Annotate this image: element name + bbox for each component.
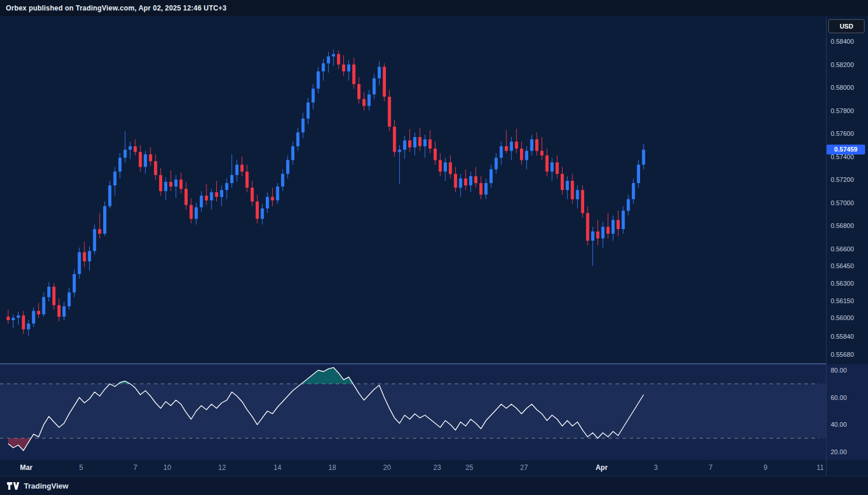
time-axis-label: 14 (273, 464, 281, 472)
time-axis-label: 25 (465, 464, 473, 472)
tradingview-brand[interactable]: TradingView (24, 482, 68, 490)
tradingview-logo-icon[interactable] (7, 482, 19, 490)
price-axis-label: 0.57000 (831, 199, 854, 206)
footer-bar: TradingView (0, 476, 868, 495)
time-axis-label: 7 (133, 464, 138, 472)
rsi-axis-background (827, 364, 868, 460)
price-axis-label: 0.56150 (831, 297, 854, 304)
price-axis-label: 0.58400 (831, 38, 854, 45)
rsi-axis-label: 20.00 (831, 448, 847, 455)
time-axis-label: 12 (218, 464, 226, 472)
price-axis-label: 0.58000 (831, 84, 854, 91)
rsi-band (0, 384, 826, 438)
candles (6, 50, 645, 336)
price-axis-label: 0.57200 (831, 176, 854, 183)
time-axis-label: 11 (817, 464, 824, 472)
price-axis-label: 0.55680 (831, 351, 854, 358)
currency-badge: USD (828, 19, 865, 33)
rsi-canvas (0, 364, 826, 460)
rsi-axis-label: 80.00 (831, 367, 847, 374)
price-axis-label: 0.57800 (831, 107, 854, 114)
rsi-axis-label: 40.00 (831, 421, 847, 428)
price-axis-label: 0.56300 (831, 280, 854, 287)
attribution-bar: Orbex published on TradingView.com, Apr … (0, 0, 868, 16)
price-axis-label: 0.57600 (831, 130, 854, 137)
rsi-axis-label: 60.00 (831, 394, 847, 401)
price-axis-label: 0.56600 (831, 245, 854, 252)
time-axis-month-label: Mar (20, 464, 32, 472)
axis-separator-line (826, 16, 827, 476)
time-axis-month-label: Apr (596, 464, 608, 472)
price-axis-label: 0.56450 (831, 262, 854, 269)
time-axis-label: 5 (79, 464, 83, 472)
time-axis-label: 10 (163, 464, 171, 472)
time-axis-label: 9 (764, 464, 768, 472)
price-axis[interactable]: USD 0.584000.582000.580000.578000.576000… (827, 16, 868, 476)
time-axis-label: 18 (328, 464, 336, 472)
price-axis-label: 0.56000 (831, 314, 854, 321)
rsi-pane[interactable] (0, 364, 826, 460)
time-axis-label: 20 (383, 464, 391, 472)
tradingview-chart-page: Orbex published on TradingView.com, Apr … (0, 0, 868, 495)
attribution-text: Orbex published on TradingView.com, Apr … (6, 4, 227, 12)
last-price-badge: 0.57459 (827, 145, 865, 155)
price-pane[interactable] (0, 16, 826, 363)
price-axis-label: 0.58200 (831, 61, 854, 68)
price-axis-label: 0.55840 (831, 333, 854, 340)
time-axis[interactable]: Mar571012141820232527Apr37911 (0, 460, 826, 476)
price-axis-label: 0.56800 (831, 222, 854, 229)
candlestick-canvas (0, 16, 826, 363)
time-axis-label: 27 (520, 464, 528, 472)
time-axis-label: 7 (709, 464, 713, 472)
time-axis-label: 3 (654, 464, 658, 472)
time-axis-label: 23 (433, 464, 441, 472)
